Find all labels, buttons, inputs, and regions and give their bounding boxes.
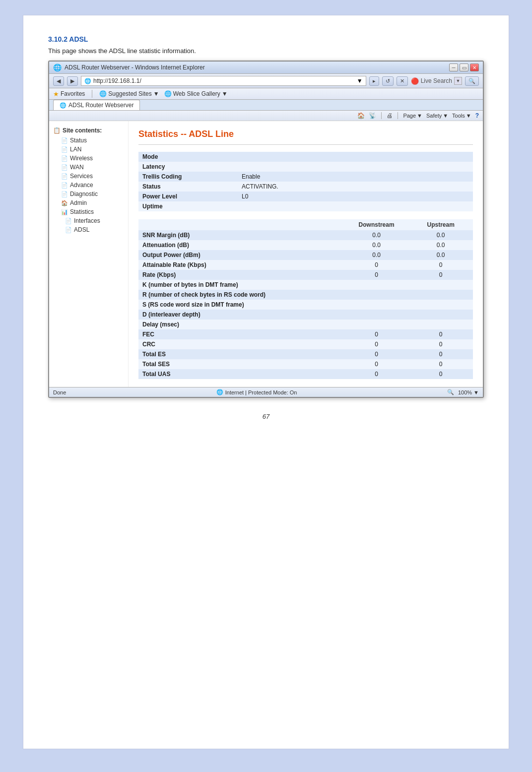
address-text: http://192.168.1.1/ (93, 77, 355, 84)
sidebar-item-status-label: Status (70, 137, 87, 144)
tab-ie-icon: 🌐 (60, 102, 66, 109)
browser-toolbar: 🏠 📡 🖨 Page ▼ Safety ▼ Tools ▼ ? (49, 111, 483, 121)
live-search-label: Live Search (421, 77, 452, 84)
stats-row-downstream: 0.0 (344, 240, 409, 250)
stats-row-label: SNR Margin (dB) (138, 230, 344, 240)
search-ie-icon: 🔴 (411, 77, 419, 85)
forward-button[interactable]: ▶ (67, 76, 78, 86)
info-row-label: Mode (138, 152, 238, 162)
toolbar-divider-1 (381, 112, 382, 119)
sidebar-item-adsl[interactable]: 📄 ADSL (53, 225, 124, 234)
sidebar-item-wireless-label: Wireless (70, 155, 93, 162)
favorites-label: Favorites (61, 90, 85, 97)
stats-col-label-header (138, 219, 344, 230)
stats-row-upstream: 0 (408, 339, 473, 349)
stats-table-row: R (number of check bytes in RS code word… (138, 290, 473, 300)
stats-row-upstream: 0 (408, 349, 473, 359)
stats-row-upstream (408, 300, 473, 310)
sidebar-item-status[interactable]: 📄 Status (53, 136, 124, 145)
sidebar-item-diagnostic[interactable]: 📄 Diagnostic (53, 190, 124, 198)
stop-button[interactable]: ✕ (397, 76, 408, 86)
stats-row-downstream: 0 (344, 260, 409, 270)
browser-tab[interactable]: 🌐 ADSL Router Webserver (53, 100, 140, 110)
stats-row-label: D (interleaver depth) (138, 310, 344, 320)
stats-row-downstream: 0 (344, 369, 409, 379)
stats-row-downstream: 0.0 (344, 230, 409, 240)
sidebar-item-lan[interactable]: 📄 LAN (53, 145, 124, 154)
sidebar-item-statistics-label: Statistics (70, 208, 94, 215)
feed-icon[interactable]: 📡 (369, 112, 376, 119)
adsl-nav-icon: 📄 (65, 227, 72, 233)
web-slice-dropdown[interactable]: ▼ (222, 90, 228, 97)
suggested-sites-button[interactable]: 🌐 Suggested Sites ▼ (99, 90, 159, 97)
restore-button[interactable]: ▭ (460, 64, 468, 71)
favorites-button[interactable]: ★ Favorites (53, 90, 85, 98)
zoom-button[interactable]: 100% ▼ (458, 389, 479, 395)
stats-row-upstream: 0 (408, 270, 473, 280)
help-icon[interactable]: ? (475, 112, 479, 119)
stats-row-upstream: 0.0 (408, 250, 473, 260)
info-row-label: Uptime (138, 201, 238, 211)
stats-table-row: CRC00 (138, 339, 473, 349)
tools-menu-button[interactable]: Tools ▼ (452, 113, 471, 119)
stats-table-row: S (RS code word size in DMT frame) (138, 300, 473, 310)
protected-mode-icon: 🌐 (216, 389, 223, 395)
print-icon[interactable]: 🖨 (387, 112, 393, 119)
home-icon[interactable]: 🏠 (357, 112, 365, 119)
address-box[interactable]: 🌐 http://192.168.1.1/ ▼ (81, 76, 366, 86)
tab-label: ADSL Router Webserver (68, 102, 133, 109)
minimize-button[interactable]: ─ (449, 64, 458, 71)
stats-row-upstream: 0 (408, 359, 473, 369)
section-desc: This page shows the ADSL line statistic … (48, 47, 484, 55)
browser-statusbar: Done 🌐 Internet | Protected Mode: On 🔍 1… (49, 387, 483, 397)
stats-table-row: Output Power (dBm)0.00.0 (138, 250, 473, 260)
stats-row-downstream (344, 300, 409, 310)
sidebar-item-interfaces[interactable]: 📄 Interfaces (53, 216, 124, 225)
close-button[interactable]: ✕ (470, 64, 479, 71)
suggested-sites-dropdown[interactable]: ▼ (153, 90, 159, 97)
refresh-button[interactable]: ↺ (382, 76, 394, 86)
stats-row-upstream: 0.0 (408, 230, 473, 240)
sidebar-item-advance[interactable]: 📄 Advance (53, 181, 124, 190)
fav-divider (92, 90, 92, 98)
search-submit-button[interactable]: 🔍 (465, 76, 479, 86)
stats-col-downstream-header: Downstream (344, 219, 409, 230)
web-slice-icon: 🌐 (164, 90, 172, 97)
stats-row-upstream: 0 (408, 329, 473, 339)
stats-table-row: Total SES00 (138, 359, 473, 369)
info-row-value (238, 152, 473, 162)
stats-table: Downstream Upstream SNR Margin (dB)0.00.… (138, 219, 473, 379)
stats-row-label: Delay (msec) (138, 320, 344, 329)
sidebar-item-wan[interactable]: 📄 WAN (53, 163, 124, 172)
info-row-value (238, 201, 473, 211)
stats-row-downstream: 0.0 (344, 250, 409, 260)
web-slice-label: Web Slice Gallery (173, 90, 220, 97)
back-button[interactable]: ◀ (53, 76, 64, 86)
address-go-button[interactable]: ▸ (369, 76, 379, 86)
sidebar-item-wireless[interactable]: 📄 Wireless (53, 154, 124, 163)
sidebar-item-advance-label: Advance (70, 182, 93, 189)
stats-row-downstream: 0 (344, 359, 409, 369)
page-menu-button[interactable]: Page ▼ (403, 113, 422, 119)
web-slice-gallery-button[interactable]: 🌐 Web Slice Gallery ▼ (164, 90, 228, 97)
safety-menu-button[interactable]: Safety ▼ (426, 113, 448, 119)
page-wrapper: 3.10.2 ADSL This page shows the ADSL lin… (23, 15, 509, 749)
sidebar-item-services[interactable]: 📄 Services (53, 172, 124, 181)
stats-row-upstream (408, 280, 473, 290)
browser-window: 🌐 ADSL Router Webserver - Windows Intern… (48, 61, 484, 398)
sidebar-item-interfaces-label: Interfaces (74, 217, 100, 224)
sidebar-item-statistics[interactable]: 📊 Statistics (53, 207, 124, 216)
sidebar-header-icon: 📋 (53, 127, 61, 134)
zoom-dropdown-icon: ▼ (473, 389, 479, 395)
stats-row-upstream (408, 310, 473, 320)
info-table-row: Mode (138, 152, 473, 162)
address-ie-icon: 🌐 (84, 78, 91, 84)
address-dropdown-icon[interactable]: ▼ (357, 77, 363, 84)
services-icon: 📄 (61, 173, 68, 180)
window-controls: ─ ▭ ✕ (449, 64, 479, 71)
info-table: ModeLatencyTrellis CodingEnableStatusACT… (138, 152, 473, 211)
suggested-sites-label: Suggested Sites (108, 90, 151, 97)
search-dropdown-button[interactable]: ▼ (454, 77, 462, 85)
sidebar-item-admin[interactable]: 🏠 Admin (53, 198, 124, 207)
stats-row-upstream: 0 (408, 260, 473, 270)
